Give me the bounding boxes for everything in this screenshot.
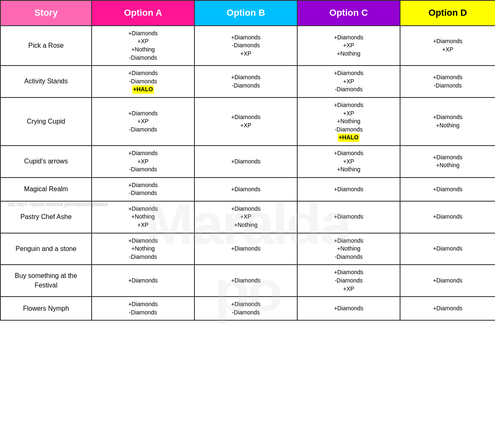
option-a-cell: +Diamonds +Nothing -Diamonds [92, 233, 194, 265]
option-b-cell: +Diamonds -Diamonds [194, 297, 297, 320]
option-c-cell: +Diamonds +XP +Nothing [297, 146, 400, 178]
header-option-b: Option B [194, 0, 297, 26]
option-a-cell: +Diamonds [92, 265, 194, 297]
story-cell: Penguin and a stone [0, 233, 92, 265]
option-b-cell: +Diamonds [194, 178, 297, 201]
header-option-c: Option C [297, 0, 400, 26]
option-d-cell: +Diamonds +Nothing [400, 97, 495, 146]
option-b-cell: +Diamonds [194, 146, 297, 178]
option-a-cell: +Diamonds +XP -Diamonds [92, 146, 194, 178]
option-d-cell: +Diamonds +XP [400, 26, 495, 66]
option-d-cell: +Diamonds [400, 297, 495, 320]
table-row: Flowers Nymph+Diamonds -Diamonds+Diamond… [0, 297, 495, 320]
option-d-cell: +Diamonds +Nothing [400, 146, 495, 178]
table-row: Cupid's arrows+Diamonds +XP -Diamonds+Di… [0, 146, 495, 178]
option-b-cell: +Diamonds +XP +Nothing [194, 201, 297, 233]
option-c-cell: +Diamonds +XP -Diamonds [297, 66, 400, 97]
option-c-cell: +Diamonds +Nothing -Diamonds [297, 233, 400, 265]
story-cell: Cupid's arrows [0, 146, 92, 178]
option-a-cell: +Diamonds +XP -Diamonds [92, 97, 194, 146]
table-row: Buy something at the Festival+Diamonds+D… [0, 265, 495, 297]
table-row: Crying Cupid+Diamonds +XP -Diamonds+Diam… [0, 97, 495, 146]
option-a-cell: +Diamonds +XP +Nothing -Diamonds [92, 26, 194, 66]
option-c-cell: +Diamonds+XP+Nothing-Diamonds+HALO [297, 97, 400, 146]
option-a-cell: +Diamonds-Diamonds+HALO [92, 66, 194, 97]
story-cell: Pastry Chef Ashe [0, 201, 92, 233]
options-table: Story Option A Option B Option C Option … [0, 0, 495, 321]
option-d-cell: +Diamonds [400, 178, 495, 201]
table-row: Pastry Chef Ashe+Diamonds +Nothing +XP+D… [0, 201, 495, 233]
table-row: Penguin and a stone+Diamonds +Nothing -D… [0, 233, 495, 265]
header-story: Story [0, 0, 92, 26]
option-a-cell: +Diamonds +Nothing +XP [92, 201, 194, 233]
option-b-cell: +Diamonds [194, 233, 297, 265]
option-c-cell: +Diamonds -Diamonds +XP [297, 265, 400, 297]
header-option-d: Option D [400, 0, 495, 26]
story-cell: Buy something at the Festival [0, 265, 92, 297]
header-option-a: Option A [92, 0, 194, 26]
option-b-cell: +Diamonds +XP [194, 97, 297, 146]
option-d-cell: +Diamonds [400, 265, 495, 297]
option-b-cell: +Diamonds [194, 265, 297, 297]
option-b-cell: +Diamonds -Diamonds +XP [194, 26, 297, 66]
table-row: Activity Stands+Diamonds-Diamonds+HALO+D… [0, 66, 495, 97]
story-cell: Crying Cupid [0, 97, 92, 146]
story-cell: Magical Realm [0, 178, 92, 201]
story-cell: Activity Stands [0, 66, 92, 97]
option-c-cell: +Diamonds +XP +Nothing [297, 26, 400, 66]
option-a-cell: +Diamonds -Diamonds [92, 297, 194, 320]
option-d-cell: +Diamonds [400, 201, 495, 233]
table-row: Magical Realm+Diamonds -Diamonds+Diamond… [0, 178, 495, 201]
story-cell: Pick a Rose [0, 26, 92, 66]
table-row: Pick a Rose+Diamonds +XP +Nothing -Diamo… [0, 26, 495, 66]
option-d-cell: +Diamonds -Diamonds [400, 66, 495, 97]
story-cell: Flowers Nymph [0, 297, 92, 320]
option-c-cell: +Diamonds [297, 178, 400, 201]
option-d-cell: +Diamonds [400, 233, 495, 265]
option-b-cell: +Diamonds -Diamonds [194, 66, 297, 97]
option-a-cell: +Diamonds -Diamonds [92, 178, 194, 201]
option-c-cell: +Diamonds [297, 297, 400, 320]
option-c-cell: +Diamonds [297, 201, 400, 233]
